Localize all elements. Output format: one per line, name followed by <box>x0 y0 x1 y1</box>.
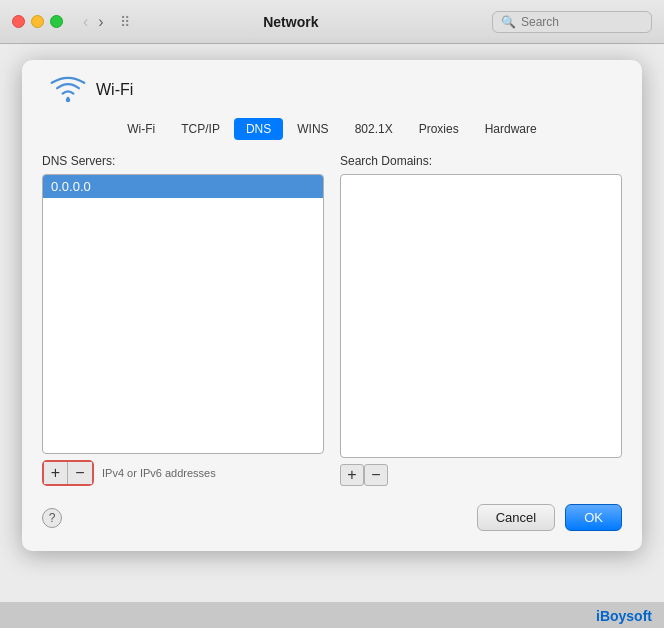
tabs: Wi-Fi TCP/IP DNS WINS 802.1X Proxies Har… <box>42 118 622 140</box>
titlebar-title: Network <box>138 14 444 30</box>
search-input[interactable] <box>521 15 643 29</box>
close-button[interactable] <box>12 15 25 28</box>
wifi-header: Wi-Fi <box>42 76 622 104</box>
search-domains-column: Search Domains: + − <box>340 154 622 486</box>
iboysoft-text: iBoysoft <box>596 608 652 624</box>
dialog-footer: ? Cancel OK <box>42 504 622 531</box>
nav-buttons: ‹ › <box>79 12 108 32</box>
search-domain-add-button[interactable]: + <box>340 464 364 486</box>
grid-icon[interactable]: ⠿ <box>120 14 130 30</box>
maximize-button[interactable] <box>50 15 63 28</box>
search-domains-list[interactable] <box>340 174 622 458</box>
dns-add-button[interactable]: + <box>44 462 68 484</box>
footer-buttons: Cancel OK <box>477 504 622 531</box>
tab-dns[interactable]: DNS <box>234 118 283 140</box>
cancel-button[interactable]: Cancel <box>477 504 555 531</box>
iboysoft-branding: iBoysoft <box>0 602 664 628</box>
minimize-button[interactable] <box>31 15 44 28</box>
tab-proxies[interactable]: Proxies <box>407 118 471 140</box>
wifi-icon <box>50 76 86 104</box>
tab-hardware[interactable]: Hardware <box>473 118 549 140</box>
main-content: Wi-Fi Wi-Fi TCP/IP DNS WINS 802.1X Proxi… <box>0 44 664 602</box>
back-button[interactable]: ‹ <box>79 12 92 32</box>
tab-8021x[interactable]: 802.1X <box>343 118 405 140</box>
ok-button[interactable]: OK <box>565 504 622 531</box>
dns-servers-list[interactable]: 0.0.0.0 <box>42 174 324 454</box>
dns-panel: DNS Servers: 0.0.0.0 + − IPv4 or IPv6 ad… <box>42 154 622 486</box>
search-domains-controls: + − <box>340 464 622 486</box>
dns-remove-button[interactable]: − <box>68 462 92 484</box>
dns-servers-column: DNS Servers: 0.0.0.0 + − IPv4 or IPv6 ad… <box>42 154 324 486</box>
tab-wifi[interactable]: Wi-Fi <box>115 118 167 140</box>
search-bar: 🔍 <box>492 11 652 33</box>
search-domains-label: Search Domains: <box>340 154 622 168</box>
wifi-label: Wi-Fi <box>96 81 133 99</box>
dns-hint: IPv4 or IPv6 addresses <box>102 467 216 479</box>
traffic-lights <box>12 15 63 28</box>
dns-entry[interactable]: 0.0.0.0 <box>43 175 323 198</box>
svg-point-0 <box>66 98 71 103</box>
dns-add-remove-group: + − <box>42 460 94 486</box>
search-domain-remove-button[interactable]: − <box>364 464 388 486</box>
forward-button[interactable]: › <box>94 12 107 32</box>
tab-wins[interactable]: WINS <box>285 118 340 140</box>
dns-servers-label: DNS Servers: <box>42 154 324 168</box>
dns-servers-controls: + − IPv4 or IPv6 addresses <box>42 460 324 486</box>
dialog: Wi-Fi Wi-Fi TCP/IP DNS WINS 802.1X Proxi… <box>22 60 642 551</box>
search-icon: 🔍 <box>501 15 516 29</box>
tab-tcpip[interactable]: TCP/IP <box>169 118 232 140</box>
titlebar: ‹ › ⠿ Network 🔍 <box>0 0 664 44</box>
help-button[interactable]: ? <box>42 508 62 528</box>
